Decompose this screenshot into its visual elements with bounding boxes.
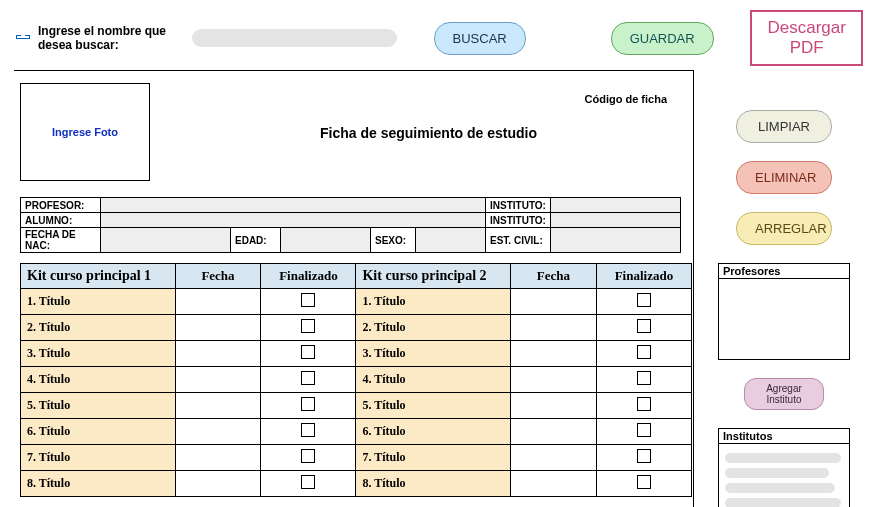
instituto2-value[interactable] [551, 213, 681, 228]
limpiar-button[interactable]: LIMPIAR [736, 110, 832, 143]
instituto1-value[interactable] [551, 198, 681, 213]
checkbox-icon[interactable] [301, 475, 315, 489]
alumno-value[interactable] [101, 213, 486, 228]
kit2-finalizado-cell[interactable] [596, 419, 691, 445]
kit1-title-cell[interactable]: 2. Título [21, 315, 176, 341]
kit1-finalizado-cell[interactable] [261, 315, 356, 341]
search-input[interactable] [192, 29, 397, 47]
kit2-fecha-cell[interactable] [511, 393, 597, 419]
kit2-title-cell[interactable]: 7. Título [356, 445, 511, 471]
kit2-title-cell[interactable]: 8. Título [356, 471, 511, 497]
finalizado-header-1: Finalizado [261, 264, 356, 289]
eliminar-button[interactable]: ELIMINAR [736, 161, 832, 194]
kit2-fecha-cell[interactable] [511, 445, 597, 471]
table-row: 4. Título4. Título [21, 367, 692, 393]
institutos-panel: Institutos [718, 428, 850, 507]
checkbox-icon[interactable] [637, 293, 651, 307]
kit2-title-cell[interactable]: 3. Título [356, 341, 511, 367]
kit2-title-cell[interactable]: 6. Título [356, 419, 511, 445]
descargar-pdf-button[interactable]: Descargar PDF [750, 10, 863, 66]
kit2-fecha-cell[interactable] [511, 471, 597, 497]
kit1-fecha-cell[interactable] [175, 367, 261, 393]
kit2-fecha-cell[interactable] [511, 367, 597, 393]
kit2-finalizado-cell[interactable] [596, 289, 691, 315]
info-table: PROFESOR: INSTITUTO: ALUMNO: INSTITUTO: … [20, 197, 681, 253]
kit1-finalizado-cell[interactable] [261, 289, 356, 315]
checkbox-icon[interactable] [637, 475, 651, 489]
checkbox-icon[interactable] [301, 397, 315, 411]
kit1-title-cell[interactable]: 4. Título [21, 367, 176, 393]
table-row: 3. Título3. Título [21, 341, 692, 367]
alumno-label: ALUMNO: [21, 213, 101, 228]
kit1-fecha-cell[interactable] [175, 445, 261, 471]
kit1-fecha-cell[interactable] [175, 315, 261, 341]
checkbox-icon[interactable] [637, 345, 651, 359]
checkbox-icon[interactable] [301, 345, 315, 359]
fecha-nac-value[interactable] [101, 228, 231, 253]
checkbox-icon[interactable] [301, 293, 315, 307]
kit1-fecha-cell[interactable] [175, 393, 261, 419]
kit2-title-cell[interactable]: 1. Título [356, 289, 511, 315]
buscar-button[interactable]: BUSCAR [434, 22, 526, 55]
institutos-list[interactable] [719, 444, 849, 507]
kit2-fecha-cell[interactable] [511, 341, 597, 367]
agregar-instituto-button[interactable]: Agregar Instituto [744, 378, 824, 410]
kit1-fecha-cell[interactable] [175, 419, 261, 445]
kit1-fecha-cell[interactable] [175, 341, 261, 367]
sexo-value[interactable] [416, 228, 486, 253]
kit2-finalizado-cell[interactable] [596, 315, 691, 341]
codigo-ficha-label: Código de ficha [585, 93, 668, 105]
profesor-value[interactable] [101, 198, 486, 213]
table-row: 6. Título6. Título [21, 419, 692, 445]
kit2-finalizado-cell[interactable] [596, 367, 691, 393]
table-row: 5. Título5. Título [21, 393, 692, 419]
kit1-finalizado-cell[interactable] [261, 419, 356, 445]
checkbox-icon[interactable] [637, 449, 651, 463]
kit2-title-cell[interactable]: 5. Título [356, 393, 511, 419]
list-item[interactable] [725, 483, 835, 493]
kit1-title-cell[interactable]: 1. Título [21, 289, 176, 315]
checkbox-icon[interactable] [637, 319, 651, 333]
kit1-finalizado-cell[interactable] [261, 341, 356, 367]
kit1-title-cell[interactable]: 8. Título [21, 471, 176, 497]
kit2-title-cell[interactable]: 4. Título [356, 367, 511, 393]
table-row: 1. Título1. Título [21, 289, 692, 315]
profesores-list[interactable] [719, 279, 849, 359]
kit1-fecha-cell[interactable] [175, 289, 261, 315]
kit2-finalizado-cell[interactable] [596, 471, 691, 497]
list-item[interactable] [725, 498, 841, 507]
photo-upload[interactable]: Ingrese Foto [20, 83, 150, 181]
kit1-title-cell[interactable]: 6. Título [21, 419, 176, 445]
list-item[interactable] [725, 468, 829, 478]
kit2-fecha-cell[interactable] [511, 315, 597, 341]
kit2-fecha-cell[interactable] [511, 289, 597, 315]
instituto1-label: INSTITUTO: [486, 198, 551, 213]
kit2-finalizado-cell[interactable] [596, 393, 691, 419]
kit2-finalizado-cell[interactable] [596, 445, 691, 471]
checkbox-icon[interactable] [637, 371, 651, 385]
table-row: 8. Título8. Título [21, 471, 692, 497]
list-item[interactable] [725, 453, 841, 463]
estcivil-value[interactable] [551, 228, 681, 253]
kit1-title-cell[interactable]: 7. Título [21, 445, 176, 471]
kit2-fecha-cell[interactable] [511, 419, 597, 445]
kit2-finalizado-cell[interactable] [596, 341, 691, 367]
checkbox-icon[interactable] [301, 449, 315, 463]
kit1-finalizado-cell[interactable] [261, 393, 356, 419]
kit1-finalizado-cell[interactable] [261, 471, 356, 497]
checkbox-icon[interactable] [301, 319, 315, 333]
kit1-title-cell[interactable]: 3. Título [21, 341, 176, 367]
checkbox-icon[interactable] [301, 371, 315, 385]
table-row: 2. Título2. Título [21, 315, 692, 341]
checkbox-icon[interactable] [637, 423, 651, 437]
edad-value[interactable] [281, 228, 371, 253]
checkbox-icon[interactable] [301, 423, 315, 437]
kit1-finalizado-cell[interactable] [261, 445, 356, 471]
kit1-title-cell[interactable]: 5. Título [21, 393, 176, 419]
kit1-fecha-cell[interactable] [175, 471, 261, 497]
checkbox-icon[interactable] [637, 397, 651, 411]
arreglar-button[interactable]: ARREGLAR [736, 212, 832, 245]
kit2-title-cell[interactable]: 2. Título [356, 315, 511, 341]
kit1-finalizado-cell[interactable] [261, 367, 356, 393]
guardar-button[interactable]: GUARDAR [611, 22, 714, 55]
